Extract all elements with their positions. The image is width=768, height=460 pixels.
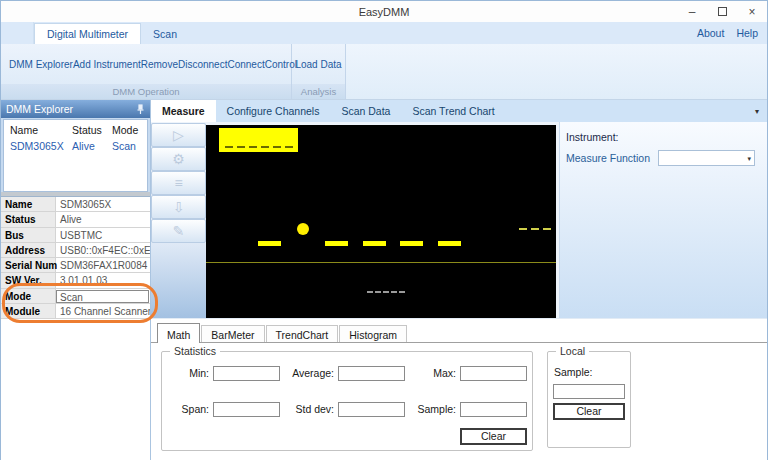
ribbon-empty-area [346,44,767,99]
help-link[interactable]: Help [736,27,758,39]
prop-value: Alive [56,212,150,226]
tab-scan-data[interactable]: Scan Data [330,100,401,122]
prop-label: Mode [1,289,56,303]
status-dash [261,146,269,148]
add-instrument-button[interactable]: Add Instrument [73,59,141,70]
prop-value: 16 Channel Scanner [56,304,150,318]
load-data-button[interactable]: Load Data [295,59,341,70]
stddev-field[interactable] [338,402,405,417]
document-tab-bar: Measure Configure Channels Scan Data Sca… [151,100,767,122]
local-sample-field[interactable] [553,384,625,399]
average-field[interactable] [338,366,405,381]
measure-function-label: Measure Function [566,152,650,164]
content: DMM Explorer Name Status Mode SDM3065X A… [1,100,767,460]
prop-label: SW Ver. [1,273,56,287]
ribbon: DMM Explorer Add Instrument Remove Disco… [1,44,767,100]
prop-value: USBTMC [56,228,150,242]
tab-barmeter[interactable]: BarMeter [201,325,264,342]
tab-scan[interactable]: Scan [141,24,189,44]
instrument-panel: Instrument: Measure Function ▾ [559,122,767,318]
aux-dash [543,228,551,230]
property-grid: Name SDM3065X Status Alive Bus USBTMC Ad… [1,196,150,460]
status-dash [249,146,257,148]
secondary-dash [367,291,373,293]
instrument-table-header: Name Status Mode [4,120,147,136]
analysis-group-label: Analysis [292,84,345,99]
dmm-explorer-button[interactable]: DMM Explorer [9,59,73,70]
bottom-panel: Math BarMeter TrendChart Histogram Stati… [151,318,767,460]
property-row-module: Module 16 Channel Scanner [1,304,150,319]
cell-name: SDM3065X [10,140,72,152]
tab-digital-multimeter[interactable]: Digital Multimeter [34,23,141,44]
prop-label: Serial Num [1,258,56,272]
average-label: Average: [268,367,334,381]
tab-overflow-icon[interactable]: ▾ [755,107,759,116]
statistics-clear-button[interactable]: Clear [460,428,527,445]
measure-function-row: Measure Function ▾ [566,150,761,166]
tab-trendchart[interactable]: TrendChart [266,325,339,342]
prop-label: Module [1,304,56,318]
prop-value: USB0::0xF4EC::0xEE38::... [56,243,150,257]
property-row-address: Address USB0::0xF4EC::0xEE38::... [1,243,150,258]
tab-math[interactable]: Math [157,323,200,343]
max-label: Max: [402,367,456,381]
dmm-explorer-title: DMM Explorer [6,103,73,115]
tab-configure-channels[interactable]: Configure Channels [216,100,331,122]
table-row[interactable]: SDM3065X Alive Scan [4,136,147,152]
close-icon[interactable]: × [737,1,767,22]
tab-scan-trend-chart[interactable]: Scan Trend Chart [401,100,505,122]
settings-button[interactable]: ⚙ [151,147,206,171]
save-data-button[interactable]: ⇩ [151,195,206,219]
dmm-operation-buttons: DMM Explorer Add Instrument Remove Disco… [1,44,291,84]
min-label: Min: [162,367,209,381]
tab-histogram[interactable]: Histogram [339,325,407,342]
remove-button[interactable]: Remove [141,59,178,70]
status-dash [273,146,281,148]
run-button[interactable]: ▷ [151,123,206,147]
edit-icon: ✎ [173,223,185,239]
about-link[interactable]: About [697,27,724,39]
property-row-name: Name SDM3065X [1,197,150,212]
bottom-tab-bar: Math BarMeter TrendChart Histogram [151,319,767,343]
reading-dash [325,241,348,246]
dmm-operation-group-label: DMM Operation [1,84,291,99]
property-row-swver: SW Ver. 3.01.01.03 [1,273,150,288]
list-button[interactable]: ≡ [151,171,206,195]
dmm-display [206,125,556,318]
status-dash [225,146,233,148]
maximize-icon[interactable] [707,1,737,22]
measure-function-select[interactable]: ▾ [658,150,755,166]
maximize-glyph [718,7,727,16]
prop-label: Name [1,197,56,211]
sample-field[interactable] [460,402,527,417]
dmm-explorer-header: DMM Explorer [1,100,150,118]
local-title: Local [556,345,589,357]
ribbon-tab-bar: Digital Multimeter Scan About Help [1,22,767,44]
connect-button[interactable]: Connect [227,59,264,70]
cell-status: Alive [72,140,112,152]
download-icon: ⇩ [173,199,185,215]
local-clear-button[interactable]: Clear [553,403,625,420]
col-name: Name [10,124,72,136]
minimize-icon[interactable]: – [677,1,707,22]
app-menu-area [1,22,34,44]
dmm-explorer-panel: DMM Explorer Name Status Mode SDM3065X A… [1,100,151,460]
prop-label: Address [1,243,56,257]
secondary-dash [375,291,381,293]
display-status-box [219,128,298,152]
window-controls: – × [677,1,767,22]
menu-right: About Help [697,27,767,44]
cell-mode: Scan [112,140,147,152]
tab-measure[interactable]: Measure [151,100,216,122]
prop-value-mode-editor[interactable]: Scan [56,290,149,303]
pin-icon[interactable] [136,104,145,115]
col-mode: Mode [112,124,147,136]
disconnect-button[interactable]: Disconnect [178,59,227,70]
main-area: Measure Configure Channels Scan Data Sca… [151,100,767,460]
math-tab-content: Statistics Min: Average: Max: Span: Std … [151,343,767,460]
secondary-dash [399,291,405,293]
edit-button[interactable]: ✎ [151,219,206,243]
prop-label: Status [1,212,56,226]
reading-dash [363,241,386,246]
max-field[interactable] [460,366,527,381]
